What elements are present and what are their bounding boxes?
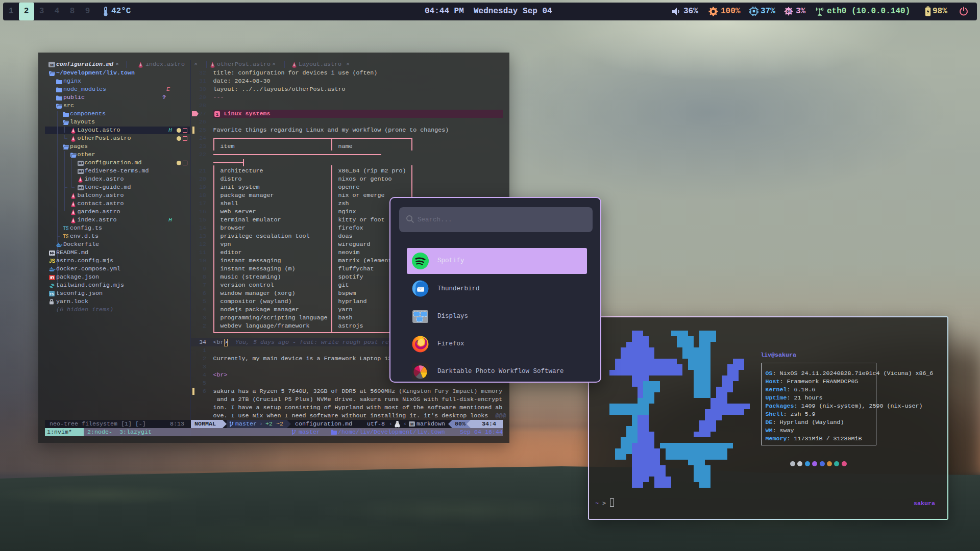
svg-text:TS: TS bbox=[50, 292, 54, 296]
svg-text:TS: TS bbox=[63, 234, 68, 239]
svg-text:TS: TS bbox=[63, 226, 68, 231]
svg-text:64: 64 bbox=[787, 10, 791, 13]
svg-text:1: 1 bbox=[216, 112, 218, 116]
svg-text:M: M bbox=[410, 422, 413, 427]
svg-text:JS: JS bbox=[49, 258, 55, 264]
svg-text:M: M bbox=[50, 62, 54, 67]
